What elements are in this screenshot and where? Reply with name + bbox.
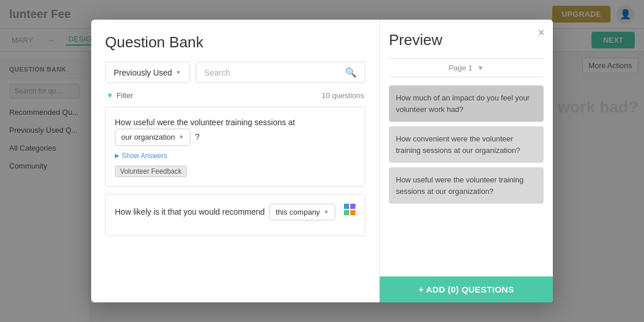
tag-badge: Volunteer Feedback	[115, 166, 187, 177]
filter-label[interactable]: ▼ Filter	[106, 91, 133, 100]
modal: × Question Bank Previously Used ▼ Search…	[91, 20, 553, 302]
org-dropdown-arrow-icon: ▼	[178, 133, 184, 141]
question-card-2: How likely is it that you would recommen…	[105, 194, 365, 237]
preview-question-3: How useful were the volunteer training s…	[389, 167, 544, 204]
page-label: Page 1	[448, 63, 472, 72]
modal-title: Question Bank	[105, 33, 365, 51]
question-count: 10 questions	[321, 91, 364, 100]
show-answers-arrow-icon: ▶	[115, 152, 119, 159]
modal-right-panel: Preview Page 1 ▼ How much of an impact d…	[380, 20, 553, 302]
add-questions-button[interactable]: + ADD (0) QUESTIONS	[380, 276, 553, 302]
modal-left-panel: Question Bank Previously Used ▼ Search 🔍…	[91, 20, 380, 302]
page-dropdown-arrow-icon[interactable]: ▼	[477, 64, 484, 72]
question-card: How useful were the volunteer training s…	[105, 107, 365, 187]
page-selector: Page 1 ▼	[389, 58, 544, 77]
previously-used-button[interactable]: Previously Used ▼	[105, 62, 190, 83]
svg-rect-2	[344, 210, 349, 215]
dropdown-arrow-icon: ▼	[175, 69, 181, 76]
preview-title: Preview	[389, 31, 544, 49]
search-placeholder: Search	[204, 68, 230, 77]
filter-bar: ▼ Filter 10 questions	[105, 91, 365, 100]
company-dropdown-arrow-icon: ▼	[323, 208, 329, 216]
question-type-icon	[343, 203, 357, 219]
search-icon: 🔍	[345, 67, 357, 78]
previously-used-label: Previously Used	[114, 68, 172, 77]
preview-question-1: How much of an impact do you feel your v…	[389, 85, 544, 122]
close-button[interactable]: ×	[538, 27, 545, 38]
filter-row: Previously Used ▼ Search 🔍	[105, 62, 365, 83]
search-box[interactable]: Search 🔍	[196, 62, 365, 83]
company-dropdown[interactable]: this company ▼	[269, 204, 336, 221]
svg-rect-0	[344, 204, 349, 209]
questions-list: How useful were the volunteer training s…	[91, 107, 379, 302]
question-text-2: How likely is it that you would recommen…	[115, 204, 355, 221]
show-answers-button[interactable]: ▶ Show Answers	[115, 152, 355, 160]
question-text-1: How useful were the volunteer training s…	[115, 117, 355, 146]
svg-rect-3	[350, 210, 355, 215]
org-dropdown[interactable]: our organization ▼	[115, 129, 190, 146]
preview-question-2: How convenient were the volunteer traini…	[389, 126, 544, 163]
preview-questions-list: How much of an impact do you feel your v…	[389, 85, 544, 271]
filter-icon: ▼	[106, 91, 114, 100]
svg-rect-1	[350, 204, 355, 209]
modal-overlay: × Question Bank Previously Used ▼ Search…	[0, 0, 644, 322]
